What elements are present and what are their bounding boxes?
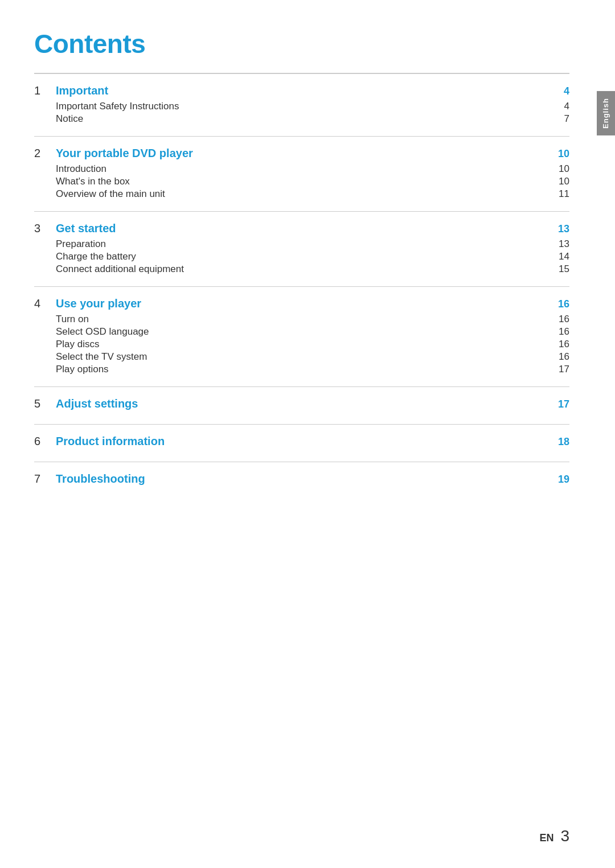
section-heading-row-3: 3Get started13 <box>34 222 569 235</box>
sub-row-4-4: Play options17 <box>34 364 569 375</box>
sub-row-3-0: Preparation13 <box>34 238 569 250</box>
section-number-5: 5 <box>34 397 50 410</box>
toc-section-5: 5Adjust settings17 <box>34 386 569 424</box>
section-page-2: 10 <box>552 148 569 160</box>
section-title-6: Product information <box>50 435 552 448</box>
toc-section-4: 4Use your player16Turn on16Select OSD la… <box>34 286 569 386</box>
sub-title-2-0: Introduction <box>56 163 106 175</box>
sub-row-4-1: Select OSD language16 <box>34 326 569 338</box>
sub-title-4-4: Play options <box>56 364 109 375</box>
sub-page-2-1: 10 <box>552 176 569 187</box>
footer-page-number: 3 <box>560 827 569 845</box>
section-number-7: 7 <box>34 472 50 486</box>
toc-container: 1Important4Important Safety Instructions… <box>34 74 569 499</box>
sub-row-1-1: Notice7 <box>34 113 569 125</box>
sub-row-2-1: What's in the box10 <box>34 176 569 187</box>
sub-title-1-1: Notice <box>56 113 83 125</box>
footer: EN 3 <box>539 827 569 845</box>
sub-title-3-0: Preparation <box>56 238 106 250</box>
toc-section-2: 2Your portable DVD player10Introduction1… <box>34 136 569 211</box>
sub-row-2-2: Overview of the main unit11 <box>34 188 569 200</box>
sub-title-4-3: Select the TV system <box>56 351 147 363</box>
sub-page-4-0: 16 <box>552 314 569 325</box>
sub-page-4-2: 16 <box>552 339 569 350</box>
sub-page-3-0: 13 <box>552 238 569 250</box>
sub-title-3-2: Connect additional equipment <box>56 264 184 275</box>
section-number-6: 6 <box>34 435 50 448</box>
sub-title-4-2: Play discs <box>56 339 100 350</box>
toc-section-1: 1Important4Important Safety Instructions… <box>34 74 569 136</box>
section-number-2: 2 <box>34 147 50 160</box>
section-title-7: Troubleshooting <box>50 472 552 486</box>
sub-page-2-2: 11 <box>552 188 569 200</box>
section-page-1: 4 <box>552 85 569 97</box>
page: English Contents 1Important4Important Sa… <box>0 0 615 868</box>
section-page-3: 13 <box>552 223 569 235</box>
section-page-5: 17 <box>552 398 569 410</box>
section-page-7: 19 <box>552 474 569 486</box>
sub-page-3-1: 14 <box>552 251 569 262</box>
section-number-1: 1 <box>34 84 50 97</box>
side-tab-label: English <box>601 98 610 129</box>
main-content: Contents 1Important4Important Safety Ins… <box>34 0 569 499</box>
section-number-3: 3 <box>34 222 50 235</box>
sub-page-4-3: 16 <box>552 351 569 363</box>
sub-row-4-2: Play discs16 <box>34 339 569 350</box>
section-title-2: Your portable DVD player <box>50 147 552 160</box>
section-title-1: Important <box>50 84 552 97</box>
toc-section-6: 6Product information18 <box>34 424 569 462</box>
sub-page-1-1: 7 <box>552 113 569 125</box>
sub-title-2-2: Overview of the main unit <box>56 188 165 200</box>
sub-row-4-3: Select the TV system16 <box>34 351 569 363</box>
section-title-5: Adjust settings <box>50 397 552 410</box>
page-title: Contents <box>34 28 569 59</box>
sub-page-4-4: 17 <box>552 364 569 375</box>
section-number-4: 4 <box>34 297 50 310</box>
sub-title-3-1: Charge the battery <box>56 251 136 262</box>
sub-row-3-1: Charge the battery14 <box>34 251 569 262</box>
sub-page-2-0: 10 <box>552 163 569 175</box>
sub-page-4-1: 16 <box>552 326 569 338</box>
section-heading-row-5: 5Adjust settings17 <box>34 397 569 410</box>
footer-lang: EN <box>539 832 554 844</box>
section-page-4: 16 <box>552 298 569 310</box>
section-title-4: Use your player <box>50 297 552 310</box>
section-heading-row-1: 1Important4 <box>34 84 569 97</box>
sub-row-1-0: Important Safety Instructions4 <box>34 101 569 112</box>
sub-title-4-0: Turn on <box>56 314 89 325</box>
sub-row-2-0: Introduction10 <box>34 163 569 175</box>
section-heading-row-2: 2Your portable DVD player10 <box>34 147 569 160</box>
section-title-3: Get started <box>50 222 552 235</box>
side-tab: English <box>597 91 615 135</box>
section-heading-row-6: 6Product information18 <box>34 435 569 448</box>
toc-section-3: 3Get started13Preparation13Charge the ba… <box>34 211 569 286</box>
sub-row-3-2: Connect additional equipment15 <box>34 264 569 275</box>
sub-title-1-0: Important Safety Instructions <box>56 101 179 112</box>
sub-row-4-0: Turn on16 <box>34 314 569 325</box>
sub-page-3-2: 15 <box>552 264 569 275</box>
toc-section-7: 7Troubleshooting19 <box>34 462 569 499</box>
section-page-6: 18 <box>552 436 569 448</box>
sub-title-2-1: What's in the box <box>56 176 130 187</box>
sub-page-1-0: 4 <box>552 101 569 112</box>
sub-title-4-1: Select OSD language <box>56 326 149 338</box>
section-heading-row-7: 7Troubleshooting19 <box>34 472 569 486</box>
section-heading-row-4: 4Use your player16 <box>34 297 569 310</box>
